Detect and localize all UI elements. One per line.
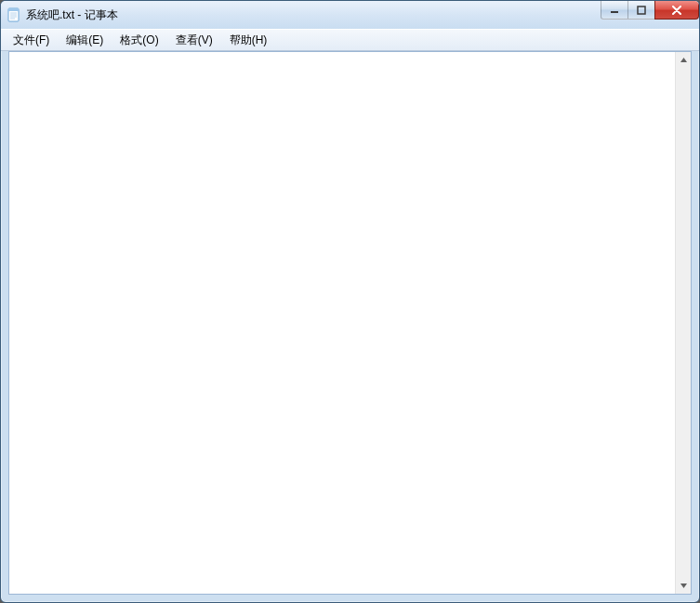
title-bar[interactable]: 系统吧.txt - 记事本 [1,1,699,29]
maximize-button[interactable] [627,1,655,20]
menu-edit[interactable]: 编辑(E) [58,31,112,50]
svg-rect-7 [638,7,645,14]
notepad-icon [7,7,21,22]
close-button[interactable] [654,1,699,20]
window-title: 系统吧.txt - 记事本 [26,7,118,23]
minimize-button[interactable] [601,1,628,20]
menu-view[interactable]: 查看(V) [167,31,221,50]
svg-rect-1 [8,8,19,11]
vertical-scrollbar[interactable] [675,52,691,594]
menu-bar: 文件(F) 编辑(E) 格式(O) 查看(V) 帮助(H) [1,29,699,51]
svg-rect-6 [611,11,618,13]
window-controls [601,1,699,20]
scroll-up-arrow-icon[interactable] [676,52,692,68]
text-editor[interactable] [9,52,675,594]
notepad-window: 系统吧.txt - 记事本 文件(F) 编辑(E) 格式(O) 查看(V) [0,0,700,603]
menu-help[interactable]: 帮助(H) [221,31,276,50]
menu-format[interactable]: 格式(O) [112,31,166,50]
scroll-down-arrow-icon[interactable] [676,578,692,594]
menu-file[interactable]: 文件(F) [5,31,58,50]
editor-frame [8,51,692,595]
